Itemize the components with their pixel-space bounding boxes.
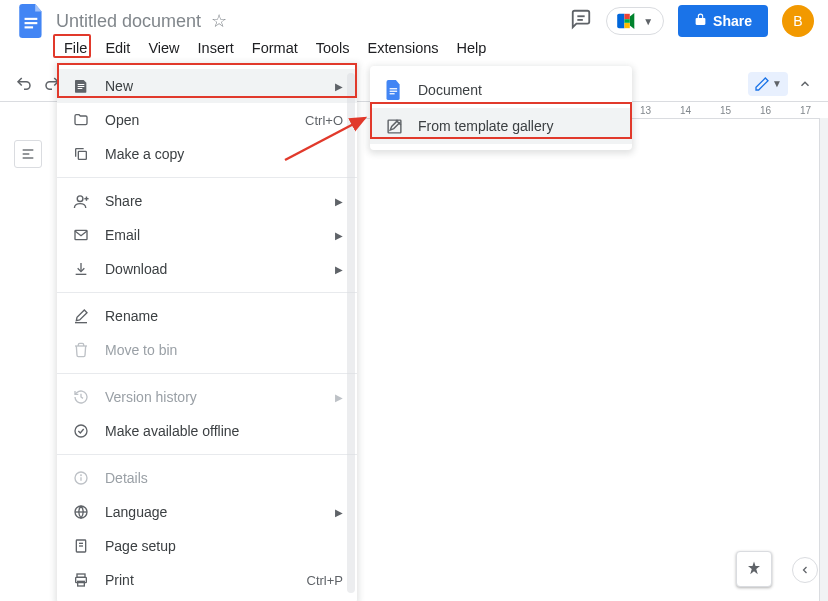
meet-button[interactable]: ▼: [606, 7, 664, 35]
menu-item-label: Make a copy: [105, 146, 184, 162]
ruler-tick: 14: [680, 105, 691, 116]
menu-item-label: Version history: [105, 389, 197, 405]
lock-icon: [694, 13, 707, 29]
menu-item-email[interactable]: Email ▶: [57, 218, 357, 252]
menu-item-move-to-bin: Move to bin: [57, 333, 357, 367]
menu-item-details: Details: [57, 461, 357, 495]
menu-extensions[interactable]: Extensions: [360, 36, 447, 60]
menu-edit[interactable]: Edit: [97, 36, 138, 60]
print-icon: [71, 572, 91, 588]
annotation-highlight-file: [53, 34, 91, 58]
email-icon: [71, 227, 91, 243]
pen-icon: [754, 76, 770, 92]
template-icon: [384, 118, 404, 135]
ruler-tick: 17: [800, 105, 811, 116]
submenu-arrow-icon: ▶: [335, 264, 343, 275]
svg-rect-33: [388, 120, 401, 133]
caret-down-icon: ▼: [643, 16, 653, 27]
menu-insert[interactable]: Insert: [190, 36, 242, 60]
new-submenu: Document From template gallery: [370, 66, 632, 150]
avatar[interactable]: B: [782, 5, 814, 37]
svg-rect-0: [25, 18, 38, 20]
ruler-tick: 16: [760, 105, 771, 116]
explore-button[interactable]: [736, 551, 772, 587]
menu-item-offline[interactable]: Make available offline: [57, 414, 357, 448]
menu-item-label: Rename: [105, 308, 158, 324]
menu-item-page-setup[interactable]: Page setup: [57, 529, 357, 563]
person-add-icon: [71, 193, 91, 210]
docs-icon: [384, 80, 404, 100]
globe-icon: [71, 504, 91, 520]
docs-logo[interactable]: [14, 3, 50, 39]
download-icon: [71, 261, 91, 277]
titlebar-right: ▼ Share B: [570, 5, 814, 37]
menu-item-new[interactable]: New ▶: [57, 69, 357, 103]
info-icon: [71, 470, 91, 486]
menu-item-label: Download: [105, 261, 167, 277]
keyboard-shortcut: Ctrl+P: [307, 573, 343, 588]
menu-tools[interactable]: Tools: [308, 36, 358, 60]
hide-menus-button[interactable]: [792, 71, 818, 97]
menu-item-label: Language: [105, 504, 167, 520]
menu-item-download[interactable]: Download ▶: [57, 252, 357, 286]
document-icon: [71, 78, 91, 94]
submenu-arrow-icon: ▶: [335, 81, 343, 92]
menu-view[interactable]: View: [140, 36, 187, 60]
menu-item-share[interactable]: Share ▶: [57, 184, 357, 218]
menu-item-open[interactable]: Open Ctrl+O: [57, 103, 357, 137]
menu-item-label: Details: [105, 470, 148, 486]
submenu-item-document[interactable]: Document: [370, 72, 632, 108]
submenu-arrow-icon: ▶: [335, 196, 343, 207]
history-icon: [71, 389, 91, 405]
menu-item-version-history: Version history ▶: [57, 380, 357, 414]
svg-rect-9: [78, 86, 85, 87]
menu-item-label: Share: [105, 193, 142, 209]
dropdown-scrollbar[interactable]: [347, 73, 355, 593]
submenu-arrow-icon: ▶: [335, 230, 343, 241]
keyboard-shortcut: Ctrl+O: [305, 113, 343, 128]
folder-icon: [71, 112, 91, 128]
svg-rect-30: [390, 88, 398, 89]
undo-button[interactable]: [10, 70, 38, 98]
menu-item-label: Page setup: [105, 538, 176, 554]
offline-icon: [71, 423, 91, 439]
document-title[interactable]: Untitled document: [56, 11, 201, 32]
file-menu-dropdown: New ▶ Open Ctrl+O Make a copy Share ▶ Em…: [57, 63, 357, 601]
menu-help[interactable]: Help: [449, 36, 495, 60]
svg-point-21: [81, 475, 82, 476]
comment-history-icon[interactable]: [570, 8, 592, 35]
menu-item-language[interactable]: Language ▶: [57, 495, 357, 529]
menu-item-label: Email: [105, 227, 140, 243]
side-panel-toggle[interactable]: [792, 557, 818, 583]
svg-rect-2: [25, 26, 34, 28]
menu-item-label: Make available offline: [105, 423, 239, 439]
titlebar: Untitled document ☆ ▼ Share B: [0, 0, 828, 34]
share-button[interactable]: Share: [678, 5, 768, 37]
menu-item-make-copy[interactable]: Make a copy: [57, 137, 357, 171]
star-icon[interactable]: ☆: [211, 10, 227, 32]
submenu-arrow-icon: ▶: [335, 392, 343, 403]
svg-rect-11: [78, 151, 86, 159]
menu-item-print[interactable]: Print Ctrl+P: [57, 563, 357, 597]
share-label: Share: [713, 13, 752, 29]
submenu-item-template[interactable]: From template gallery: [370, 108, 632, 144]
menu-separator: [57, 373, 357, 374]
svg-point-18: [75, 425, 87, 437]
svg-rect-1: [25, 22, 38, 24]
menu-separator: [57, 292, 357, 293]
editing-mode-button[interactable]: ▼: [748, 72, 788, 96]
submenu-item-label: Document: [418, 82, 482, 98]
caret-down-icon: ▼: [772, 78, 782, 89]
svg-rect-31: [390, 91, 398, 92]
submenu-item-label: From template gallery: [418, 118, 553, 134]
ruler-tick: 15: [720, 105, 731, 116]
menu-format[interactable]: Format: [244, 36, 306, 60]
svg-rect-10: [78, 88, 83, 89]
ruler-tick: 13: [640, 105, 651, 116]
menu-item-rename[interactable]: Rename: [57, 299, 357, 333]
outline-toggle-button[interactable]: [14, 140, 42, 168]
svg-rect-8: [78, 84, 85, 85]
svg-rect-32: [390, 93, 395, 94]
menu-item-label: Print: [105, 572, 134, 588]
meet-icon: [617, 12, 639, 30]
